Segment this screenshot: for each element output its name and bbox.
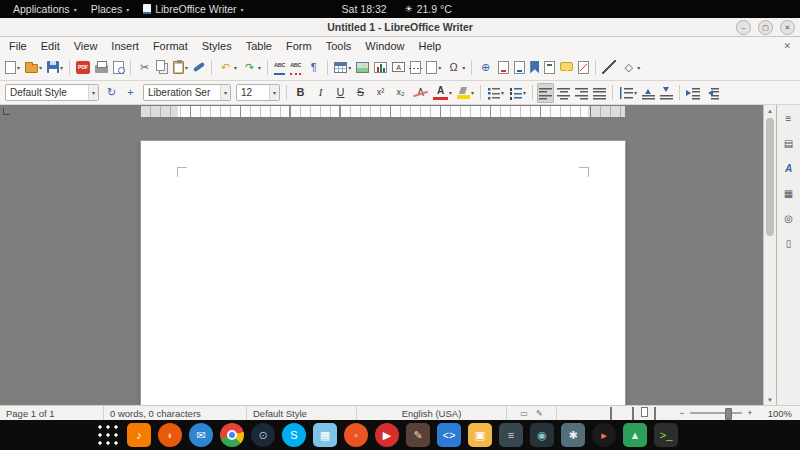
font-size-combobox[interactable]: 12 ▾	[236, 84, 280, 101]
chrome-icon[interactable]	[220, 423, 244, 447]
insert-page-break-button[interactable]	[408, 57, 423, 77]
align-right-button[interactable]	[573, 83, 590, 103]
clock[interactable]: Sat 18:32	[342, 3, 387, 15]
open-file-button[interactable]: ▾	[23, 57, 44, 77]
styles-icon[interactable]: A	[781, 160, 797, 176]
increase-paragraph-spacing-button[interactable]	[640, 83, 657, 103]
mail-app-icon[interactable]: ✉	[189, 423, 213, 447]
places-menu[interactable]: Places ▾	[84, 0, 137, 18]
italic-button[interactable]: I	[311, 83, 330, 103]
ruler-scale[interactable]	[141, 106, 625, 117]
insert-image-button[interactable]	[354, 57, 371, 77]
dropdown-arrow-icon[interactable]: ▾	[523, 89, 526, 96]
photos-app-icon[interactable]: ▦	[313, 423, 337, 447]
export-pdf-button[interactable]: PDF	[74, 57, 92, 77]
dropdown-arrow-icon[interactable]: ▾	[438, 64, 441, 71]
dropdown-arrow-icon[interactable]: ▾	[471, 89, 474, 96]
horizontal-ruler[interactable]	[0, 105, 763, 118]
single-page-view-button[interactable]	[610, 408, 626, 419]
dropdown-arrow-icon[interactable]: ▾	[501, 89, 504, 96]
text-editor-icon[interactable]: ≡	[499, 423, 523, 447]
insert-comment-button[interactable]	[558, 57, 575, 77]
navigator-icon[interactable]: ◎	[781, 210, 797, 226]
font-name-combobox[interactable]: Liberation Ser ▾	[143, 84, 231, 101]
dropdown-arrow-icon[interactable]: ▾	[185, 64, 188, 71]
dropdown-arrow-icon[interactable]: ▾	[348, 64, 351, 71]
dropdown-arrow-icon[interactable]: ▾	[39, 64, 42, 71]
music-app-icon[interactable]: ♪	[127, 423, 151, 447]
vertical-scrollbar[interactable]: ▲ ▼	[763, 105, 776, 405]
track-changes-button[interactable]	[576, 57, 591, 77]
cut-button[interactable]: ✂	[135, 57, 154, 77]
document-modified-icon[interactable]: ✎	[536, 409, 543, 418]
ubuntu-icon[interactable]: ◦	[344, 423, 368, 447]
dropdown-arrow-icon[interactable]: ▾	[258, 64, 261, 71]
align-left-button[interactable]	[537, 83, 554, 103]
selection-mode-icon[interactable]: ▭	[520, 409, 528, 418]
minimize-button[interactable]: –	[736, 20, 751, 35]
insert-field-button[interactable]: ▾	[424, 57, 443, 77]
menubar-item-file[interactable]: File	[2, 37, 34, 54]
insert-hyperlink-button[interactable]: ⊕	[476, 57, 495, 77]
status-language[interactable]: English (USA)	[357, 406, 507, 420]
chevron-down-icon[interactable]: ▾	[269, 85, 279, 100]
firefox-icon[interactable]: ◗	[158, 423, 182, 447]
scroll-up-icon[interactable]: ▲	[764, 105, 776, 116]
properties-icon[interactable]: ▤	[781, 135, 797, 151]
insert-table-button[interactable]: ▾	[332, 57, 353, 77]
image-viewer-icon[interactable]: ◉	[530, 423, 554, 447]
menubar-item-table[interactable]: Table	[239, 37, 279, 54]
basic-shapes-button[interactable]: ◇▾	[619, 57, 642, 77]
status-word-count[interactable]: 0 words, 0 characters	[104, 406, 247, 420]
dropdown-arrow-icon[interactable]: ▾	[637, 64, 640, 71]
scrollbar-thumb[interactable]	[766, 118, 774, 236]
close-button[interactable]: ✕	[780, 20, 795, 35]
book-view-button[interactable]	[654, 408, 670, 419]
auto-spellcheck-button[interactable]: ABC	[288, 57, 303, 77]
gimp-icon[interactable]: ✎	[406, 423, 430, 447]
dropdown-arrow-icon[interactable]: ▾	[60, 64, 63, 71]
page-deck-icon[interactable]: ▯	[781, 235, 797, 251]
sidebar-settings-icon[interactable]: ≡	[781, 110, 797, 126]
decrease-paragraph-spacing-button[interactable]	[658, 83, 675, 103]
spelling-button[interactable]: ABC	[272, 57, 287, 77]
terminal-icon[interactable]: >_	[654, 423, 678, 447]
menubar-item-styles[interactable]: Styles	[195, 37, 239, 54]
underline-button[interactable]: U	[331, 83, 350, 103]
insert-special-character-button[interactable]: Ω▾	[444, 57, 467, 77]
insert-endnote-button[interactable]	[512, 57, 527, 77]
document-page[interactable]	[141, 141, 625, 405]
redo-button[interactable]: ↷▾	[240, 57, 263, 77]
zoom-slider-track[interactable]	[690, 412, 742, 414]
line-spacing-button[interactable]: ▾	[617, 83, 639, 103]
zoom-out-button[interactable]: −	[678, 408, 686, 418]
menubar-item-window[interactable]: Window	[358, 37, 411, 54]
decrease-indent-button[interactable]	[703, 83, 721, 103]
align-center-button[interactable]	[555, 83, 572, 103]
subscript-button[interactable]: x₂	[391, 83, 410, 103]
insert-chart-button[interactable]	[372, 57, 389, 77]
chevron-down-icon[interactable]: ▾	[220, 85, 230, 100]
settings-icon[interactable]: ✱	[561, 423, 585, 447]
bold-button[interactable]: B	[291, 83, 310, 103]
numbered-list-button[interactable]: ▾	[507, 83, 528, 103]
clear-formatting-button[interactable]: A	[411, 83, 430, 103]
new-style-button[interactable]: +	[121, 83, 140, 103]
update-style-button[interactable]: ↻	[102, 83, 121, 103]
align-justify-button[interactable]	[591, 83, 608, 103]
print-button[interactable]	[93, 57, 110, 77]
gallery-icon[interactable]: ▦	[781, 185, 797, 201]
menubar-item-tools[interactable]: Tools	[319, 37, 359, 54]
active-app-menu[interactable]: LibreOffice Writer ▾	[136, 0, 250, 18]
insert-bookmark-button[interactable]	[528, 57, 541, 77]
zoom-slider-thumb[interactable]	[725, 408, 732, 420]
increase-indent-button[interactable]	[684, 83, 702, 103]
weather-indicator[interactable]: ☀ 21.9 °C	[405, 3, 452, 15]
insert-line-button[interactable]	[600, 57, 618, 77]
menubar-item-form[interactable]: Form	[279, 37, 319, 54]
insert-cross-reference-button[interactable]	[542, 57, 557, 77]
multi-page-view-button[interactable]	[632, 408, 648, 419]
paste-button[interactable]: ▾	[171, 57, 190, 77]
code-editor-icon[interactable]: <>	[437, 423, 461, 447]
strikethrough-button[interactable]: S	[351, 83, 370, 103]
